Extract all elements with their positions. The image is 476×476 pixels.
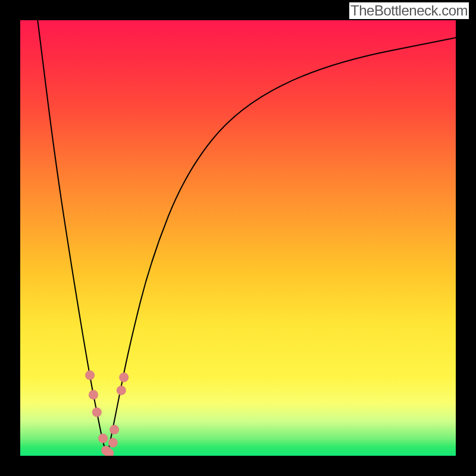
marker-point: [98, 434, 108, 443]
marker-point: [117, 386, 126, 395]
attribution-label: TheBottleneck.com: [349, 2, 469, 19]
left-branch-curve: [37, 20, 107, 456]
marker-point: [92, 408, 102, 417]
marker-point: [85, 371, 95, 380]
curves-svg: [20, 20, 456, 456]
chart-frame: TheBottleneck.com: [0, 0, 476, 476]
marker-point: [108, 438, 118, 447]
marker-point: [89, 390, 98, 400]
marker-point: [109, 425, 119, 434]
marker-point: [119, 372, 129, 382]
right-branch-curve: [107, 37, 456, 456]
plot-area: [20, 20, 456, 456]
